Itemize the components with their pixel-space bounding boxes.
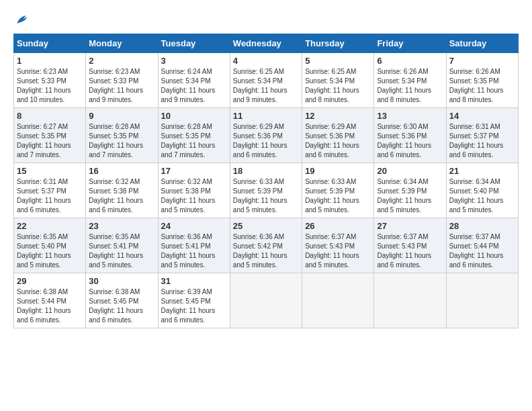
calendar-cell: 12Sunrise: 6:29 AMSunset: 5:36 PMDayligh… [302,108,374,163]
day-info: Sunrise: 6:31 AMSunset: 5:37 PMDaylight:… [449,122,515,160]
daylight-text: Daylight: 11 hours and 8 minutes. [449,87,504,103]
day-number: 1 [17,56,83,66]
day-number: 9 [89,111,154,121]
day-info: Sunrise: 6:36 AMSunset: 5:41 PMDaylight:… [161,232,227,270]
sunrise-text: Sunrise: 6:29 AM [305,123,356,130]
day-number: 14 [449,111,515,121]
sunrise-text: Sunrise: 6:37 AM [449,233,500,240]
day-info: Sunrise: 6:28 AMSunset: 5:35 PMDaylight:… [89,122,154,160]
sunrise-text: Sunrise: 6:25 AM [305,68,356,75]
sunset-text: Sunset: 5:34 PM [161,77,211,85]
sunrise-text: Sunrise: 6:23 AM [89,68,140,75]
daylight-text: Daylight: 11 hours and 5 minutes. [161,252,216,269]
daylight-text: Daylight: 11 hours and 5 minutes. [305,252,359,269]
calendar-cell: 1Sunrise: 6:23 AMSunset: 5:33 PMDaylight… [14,53,86,108]
sunrise-text: Sunrise: 6:37 AM [305,233,356,240]
sunrise-text: Sunrise: 6:23 AM [17,68,68,75]
day-number: 19 [305,166,371,176]
sunset-text: Sunset: 5:34 PM [233,77,283,85]
daylight-text: Daylight: 11 hours and 10 minutes. [17,87,71,103]
sunset-text: Sunset: 5:45 PM [161,298,211,305]
calendar-cell: 14Sunrise: 6:31 AMSunset: 5:37 PMDayligh… [446,108,518,163]
daylight-text: Daylight: 11 hours and 6 minutes. [89,307,143,324]
sunset-text: Sunset: 5:42 PM [233,242,283,250]
sunrise-text: Sunrise: 6:28 AM [89,123,140,130]
calendar-cell: 5Sunrise: 6:25 AMSunset: 5:34 PMDaylight… [302,53,374,108]
calendar-cell: 6Sunrise: 6:26 AMSunset: 5:34 PMDaylight… [374,53,446,108]
calendar-week-row: 29Sunrise: 6:38 AMSunset: 5:44 PMDayligh… [14,273,519,328]
column-header-monday: Monday [86,34,158,53]
day-number: 2 [89,56,154,66]
day-info: Sunrise: 6:25 AMSunset: 5:34 PMDaylight:… [305,67,371,105]
daylight-text: Daylight: 11 hours and 5 minutes. [17,252,71,269]
day-number: 3 [161,56,227,66]
daylight-text: Daylight: 11 hours and 7 minutes. [17,142,71,158]
sunrise-text: Sunrise: 6:38 AM [89,288,140,295]
calendar-cell: 22Sunrise: 6:35 AMSunset: 5:40 PMDayligh… [14,218,86,273]
day-number: 29 [17,276,83,286]
day-number: 4 [233,56,299,66]
sunrise-text: Sunrise: 6:34 AM [449,178,500,185]
sunrise-text: Sunrise: 6:25 AM [233,68,284,75]
day-number: 22 [17,221,83,231]
sunset-text: Sunset: 5:33 PM [89,77,138,85]
daylight-text: Daylight: 11 hours and 8 minutes. [305,87,359,103]
daylight-text: Daylight: 11 hours and 5 minutes. [377,197,431,214]
sunset-text: Sunset: 5:40 PM [449,187,499,195]
day-info: Sunrise: 6:32 AMSunset: 5:38 PMDaylight:… [89,177,154,215]
day-info: Sunrise: 6:25 AMSunset: 5:34 PMDaylight:… [233,67,299,105]
sunrise-text: Sunrise: 6:36 AM [233,233,284,240]
daylight-text: Daylight: 11 hours and 5 minutes. [161,197,216,214]
sunset-text: Sunset: 5:39 PM [377,187,427,195]
sunset-text: Sunset: 5:35 PM [161,132,211,140]
day-info: Sunrise: 6:23 AMSunset: 5:33 PMDaylight:… [89,67,154,105]
day-number: 28 [449,221,515,231]
sunrise-text: Sunrise: 6:29 AM [233,123,284,130]
day-info: Sunrise: 6:34 AMSunset: 5:39 PMDaylight:… [377,177,443,215]
calendar-cell: 17Sunrise: 6:32 AMSunset: 5:38 PMDayligh… [158,163,230,218]
daylight-text: Daylight: 11 hours and 6 minutes. [377,252,431,269]
sunrise-text: Sunrise: 6:31 AM [449,123,500,130]
sunrise-text: Sunrise: 6:35 AM [17,233,68,240]
calendar-cell: 8Sunrise: 6:27 AMSunset: 5:35 PMDaylight… [14,108,86,163]
daylight-text: Daylight: 11 hours and 6 minutes. [305,142,359,158]
calendar-cell: 10Sunrise: 6:28 AMSunset: 5:35 PMDayligh… [158,108,230,163]
daylight-text: Daylight: 11 hours and 9 minutes. [161,87,216,103]
sunset-text: Sunset: 5:39 PM [233,187,283,195]
sunset-text: Sunset: 5:40 PM [17,242,66,250]
day-info: Sunrise: 6:37 AMSunset: 5:44 PMDaylight:… [449,232,515,270]
calendar-cell: 27Sunrise: 6:37 AMSunset: 5:43 PMDayligh… [374,218,446,273]
calendar-cell: 16Sunrise: 6:32 AMSunset: 5:38 PMDayligh… [86,163,158,218]
day-number: 17 [161,166,227,176]
sunrise-text: Sunrise: 6:36 AM [161,233,212,240]
sunset-text: Sunset: 5:33 PM [17,77,66,85]
day-info: Sunrise: 6:26 AMSunset: 5:34 PMDaylight:… [377,67,443,105]
sunrise-text: Sunrise: 6:27 AM [17,123,68,130]
day-info: Sunrise: 6:30 AMSunset: 5:36 PMDaylight:… [377,122,443,160]
calendar-cell: 18Sunrise: 6:33 AMSunset: 5:39 PMDayligh… [230,163,302,218]
daylight-text: Daylight: 11 hours and 5 minutes. [233,197,287,214]
day-info: Sunrise: 6:35 AMSunset: 5:41 PMDaylight:… [89,232,154,270]
sunset-text: Sunset: 5:36 PM [305,132,355,140]
day-number: 7 [449,56,515,66]
calendar-cell [374,273,446,328]
sunset-text: Sunset: 5:44 PM [449,242,499,250]
calendar-week-row: 1Sunrise: 6:23 AMSunset: 5:33 PMDaylight… [14,53,519,108]
sunset-text: Sunset: 5:36 PM [233,132,283,140]
day-number: 21 [449,166,515,176]
sunset-text: Sunset: 5:35 PM [17,132,66,140]
daylight-text: Daylight: 11 hours and 9 minutes. [233,87,287,103]
logo [13,13,28,27]
calendar-cell: 28Sunrise: 6:37 AMSunset: 5:44 PMDayligh… [446,218,518,273]
day-info: Sunrise: 6:34 AMSunset: 5:40 PMDaylight:… [449,177,515,215]
day-info: Sunrise: 6:29 AMSunset: 5:36 PMDaylight:… [233,122,299,160]
sunset-text: Sunset: 5:44 PM [17,298,66,305]
daylight-text: Daylight: 11 hours and 9 minutes. [89,87,143,103]
daylight-text: Daylight: 11 hours and 6 minutes. [17,197,71,214]
daylight-text: Daylight: 11 hours and 6 minutes. [377,142,431,158]
day-info: Sunrise: 6:32 AMSunset: 5:38 PMDaylight:… [161,177,227,215]
sunset-text: Sunset: 5:41 PM [89,242,138,250]
day-number: 31 [161,276,227,286]
day-number: 12 [305,111,371,121]
calendar-cell: 20Sunrise: 6:34 AMSunset: 5:39 PMDayligh… [374,163,446,218]
